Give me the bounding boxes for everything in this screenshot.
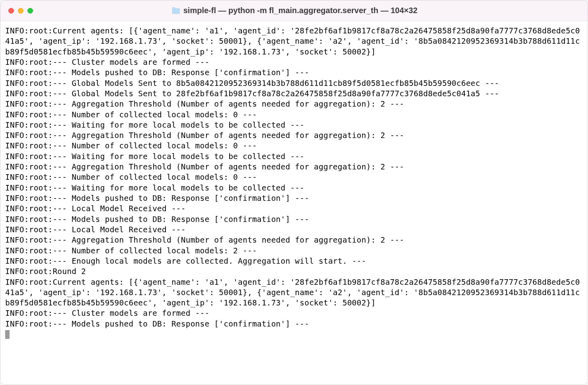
window-title: simple-fl — python -m fl_main.aggregator…: [183, 6, 418, 15]
titlebar[interactable]: simple-fl — python -m fl_main.aggregator…: [0, 0, 588, 21]
terminal-window: simple-fl — python -m fl_main.aggregator…: [0, 0, 588, 385]
title-container: simple-fl — python -m fl_main.aggregator…: [9, 6, 580, 15]
cursor: [5, 330, 10, 339]
folder-icon: [171, 7, 180, 14]
terminal-output[interactable]: INFO:root:Current agents: [{'agent_name'…: [0, 21, 588, 385]
